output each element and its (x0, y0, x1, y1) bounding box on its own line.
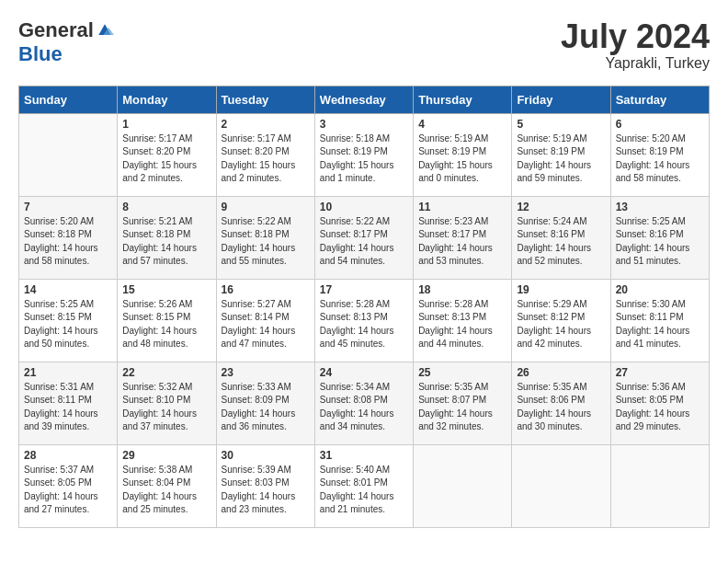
calendar-cell: 22Sunrise: 5:32 AMSunset: 8:10 PMDayligh… (118, 362, 216, 444)
weekday-header-row: SundayMondayTuesdayWednesdayThursdayFrid… (19, 86, 710, 113)
day-info: Sunrise: 5:32 AMSunset: 8:10 PMDaylight:… (122, 381, 210, 434)
day-info: Sunrise: 5:17 AMSunset: 8:20 PMDaylight:… (222, 132, 310, 186)
day-info: Sunrise: 5:18 AMSunset: 8:19 PMDaylight:… (320, 132, 408, 186)
calendar-cell: 7Sunrise: 5:20 AMSunset: 8:18 PMDaylight… (19, 196, 118, 279)
day-number: 25 (418, 366, 506, 379)
calendar-cell: 15Sunrise: 5:26 AMSunset: 8:15 PMDayligh… (118, 279, 216, 362)
day-number: 12 (517, 201, 605, 213)
logo: General Blue (18, 18, 114, 66)
day-info: Sunrise: 5:25 AMSunset: 8:15 PMDaylight:… (24, 298, 112, 351)
day-number: 18 (418, 283, 506, 296)
calendar-cell: 17Sunrise: 5:28 AMSunset: 8:13 PMDayligh… (314, 279, 413, 362)
calendar-cell: 19Sunrise: 5:29 AMSunset: 8:12 PMDayligh… (512, 279, 610, 362)
day-number: 21 (24, 366, 112, 379)
day-number: 28 (24, 449, 112, 462)
calendar-cell: 30Sunrise: 5:39 AMSunset: 8:03 PMDayligh… (216, 444, 314, 527)
calendar-cell (610, 444, 709, 527)
calendar-cell: 25Sunrise: 5:35 AMSunset: 8:07 PMDayligh… (414, 362, 512, 444)
day-number: 6 (616, 118, 704, 131)
month-year: July 2024 (561, 18, 710, 55)
day-number: 29 (122, 449, 210, 462)
day-number: 30 (222, 449, 310, 462)
day-info: Sunrise: 5:40 AMSunset: 8:01 PMDaylight:… (320, 464, 408, 517)
day-number: 1 (122, 118, 210, 131)
day-info: Sunrise: 5:20 AMSunset: 8:18 PMDaylight:… (24, 215, 112, 269)
day-number: 22 (122, 366, 210, 379)
calendar-cell: 8Sunrise: 5:21 AMSunset: 8:18 PMDaylight… (118, 196, 216, 279)
calendar-cell: 20Sunrise: 5:30 AMSunset: 8:11 PMDayligh… (610, 279, 709, 362)
day-info: Sunrise: 5:25 AMSunset: 8:16 PMDaylight:… (616, 215, 704, 269)
day-info: Sunrise: 5:39 AMSunset: 8:03 PMDaylight:… (222, 464, 310, 517)
logo-general-text: General (18, 18, 94, 42)
day-info: Sunrise: 5:36 AMSunset: 8:05 PMDaylight:… (616, 381, 704, 434)
calendar-cell: 29Sunrise: 5:38 AMSunset: 8:04 PMDayligh… (118, 444, 216, 527)
day-info: Sunrise: 5:37 AMSunset: 8:05 PMDaylight:… (24, 464, 112, 517)
calendar-cell: 16Sunrise: 5:27 AMSunset: 8:14 PMDayligh… (216, 279, 314, 362)
calendar-cell: 4Sunrise: 5:19 AMSunset: 8:19 PMDaylight… (414, 113, 512, 196)
day-number: 3 (320, 118, 408, 131)
day-info: Sunrise: 5:38 AMSunset: 8:04 PMDaylight:… (122, 464, 210, 517)
day-number: 27 (616, 366, 704, 379)
weekday-header-friday: Friday (512, 86, 610, 113)
week-row-4: 21Sunrise: 5:31 AMSunset: 8:11 PMDayligh… (19, 362, 710, 444)
week-row-1: 1Sunrise: 5:17 AMSunset: 8:20 PMDaylight… (19, 113, 710, 196)
week-row-5: 28Sunrise: 5:37 AMSunset: 8:05 PMDayligh… (19, 444, 710, 527)
calendar-cell: 1Sunrise: 5:17 AMSunset: 8:20 PMDaylight… (118, 113, 216, 196)
calendar-cell: 2Sunrise: 5:17 AMSunset: 8:20 PMDaylight… (216, 113, 314, 196)
logo-icon (96, 21, 114, 40)
day-number: 8 (122, 201, 210, 213)
weekday-header-tuesday: Tuesday (216, 86, 314, 113)
day-number: 15 (122, 283, 210, 296)
calendar-cell: 18Sunrise: 5:28 AMSunset: 8:13 PMDayligh… (414, 279, 512, 362)
week-row-3: 14Sunrise: 5:25 AMSunset: 8:15 PMDayligh… (19, 279, 710, 362)
calendar-cell (512, 444, 610, 527)
day-info: Sunrise: 5:34 AMSunset: 8:08 PMDaylight:… (320, 381, 408, 434)
day-number: 4 (418, 118, 506, 131)
weekday-header-saturday: Saturday (610, 86, 709, 113)
calendar-cell: 24Sunrise: 5:34 AMSunset: 8:08 PMDayligh… (314, 362, 413, 444)
day-info: Sunrise: 5:22 AMSunset: 8:18 PMDaylight:… (222, 215, 310, 269)
calendar-cell: 10Sunrise: 5:22 AMSunset: 8:17 PMDayligh… (314, 196, 413, 279)
day-info: Sunrise: 5:21 AMSunset: 8:18 PMDaylight:… (122, 215, 210, 269)
day-info: Sunrise: 5:17 AMSunset: 8:20 PMDaylight:… (122, 132, 210, 186)
day-number: 7 (24, 201, 112, 213)
day-number: 16 (222, 283, 310, 296)
day-info: Sunrise: 5:35 AMSunset: 8:07 PMDaylight:… (418, 381, 506, 434)
location: Yaprakli, Turkey (561, 55, 710, 72)
day-number: 19 (517, 283, 605, 296)
calendar-cell: 12Sunrise: 5:24 AMSunset: 8:16 PMDayligh… (512, 196, 610, 279)
day-number: 26 (517, 366, 605, 379)
page-header: General Blue July 2024 Yaprakli, Turkey (18, 18, 710, 72)
day-info: Sunrise: 5:29 AMSunset: 8:12 PMDaylight:… (517, 298, 605, 351)
logo-blue-text: Blue (18, 42, 63, 66)
calendar-cell (414, 444, 512, 527)
weekday-header-wednesday: Wednesday (314, 86, 413, 113)
calendar-cell: 21Sunrise: 5:31 AMSunset: 8:11 PMDayligh… (19, 362, 118, 444)
calendar-table: SundayMondayTuesdayWednesdayThursdayFrid… (18, 86, 710, 528)
day-info: Sunrise: 5:19 AMSunset: 8:19 PMDaylight:… (517, 132, 605, 186)
weekday-header-monday: Monday (118, 86, 216, 113)
day-info: Sunrise: 5:28 AMSunset: 8:13 PMDaylight:… (418, 298, 506, 351)
calendar-cell: 11Sunrise: 5:23 AMSunset: 8:17 PMDayligh… (414, 196, 512, 279)
day-number: 24 (320, 366, 408, 379)
calendar-cell: 23Sunrise: 5:33 AMSunset: 8:09 PMDayligh… (216, 362, 314, 444)
day-number: 5 (517, 118, 605, 131)
calendar-cell: 6Sunrise: 5:20 AMSunset: 8:19 PMDaylight… (610, 113, 709, 196)
day-info: Sunrise: 5:19 AMSunset: 8:19 PMDaylight:… (418, 132, 506, 186)
day-info: Sunrise: 5:30 AMSunset: 8:11 PMDaylight:… (616, 298, 704, 351)
day-info: Sunrise: 5:28 AMSunset: 8:13 PMDaylight:… (320, 298, 408, 351)
calendar-cell: 28Sunrise: 5:37 AMSunset: 8:05 PMDayligh… (19, 444, 118, 527)
day-info: Sunrise: 5:31 AMSunset: 8:11 PMDaylight:… (24, 381, 112, 434)
day-number: 31 (320, 449, 408, 462)
day-number: 9 (222, 201, 310, 213)
day-number: 10 (320, 201, 408, 213)
calendar-cell: 26Sunrise: 5:35 AMSunset: 8:06 PMDayligh… (512, 362, 610, 444)
calendar-cell: 31Sunrise: 5:40 AMSunset: 8:01 PMDayligh… (314, 444, 413, 527)
day-info: Sunrise: 5:24 AMSunset: 8:16 PMDaylight:… (517, 215, 605, 269)
day-info: Sunrise: 5:27 AMSunset: 8:14 PMDaylight:… (222, 298, 310, 351)
day-info: Sunrise: 5:23 AMSunset: 8:17 PMDaylight:… (418, 215, 506, 269)
day-info: Sunrise: 5:22 AMSunset: 8:17 PMDaylight:… (320, 215, 408, 269)
day-info: Sunrise: 5:20 AMSunset: 8:19 PMDaylight:… (616, 132, 704, 186)
calendar-cell: 5Sunrise: 5:19 AMSunset: 8:19 PMDaylight… (512, 113, 610, 196)
day-number: 13 (616, 201, 704, 213)
